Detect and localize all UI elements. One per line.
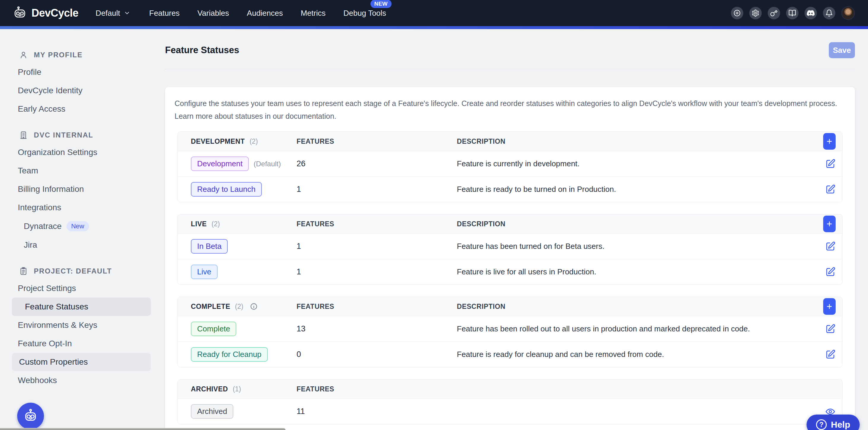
group-header: LIVE (2) FEATURES DESCRIPTION — [178, 214, 842, 234]
primary-nav: Features Variables Audiences Metrics NEW… — [149, 9, 386, 18]
features-column-header: FEATURES — [297, 137, 457, 146]
status-group-complete: COMPLETE (2) FEATURES DESCRIPTION Comple… — [178, 297, 842, 367]
user-avatar[interactable] — [841, 6, 855, 20]
edit-status-button[interactable] — [825, 324, 836, 334]
status-badge: Archived — [191, 404, 233, 419]
sidebar-item-organization-settings[interactable]: Organization Settings — [18, 143, 160, 161]
nav-audiences[interactable]: Audiences — [247, 9, 283, 18]
feature-count: 1 — [297, 267, 457, 276]
plus-icon — [826, 220, 833, 227]
sidebar-item-integrations[interactable]: Integrations — [18, 198, 160, 217]
sidebar-item-project-settings[interactable]: Project Settings — [18, 279, 160, 298]
docs-book-icon — [788, 9, 796, 17]
status-row: Ready for Cleanup 0 Feature is ready for… — [178, 341, 842, 367]
group-count: (2) — [212, 220, 220, 228]
save-button[interactable]: Save — [829, 42, 855, 58]
key-icon — [770, 9, 778, 17]
status-description: Feature has been rolled out to all users… — [457, 324, 817, 334]
status-group-live: LIVE (2) FEATURES DESCRIPTION In Beta 1 … — [178, 214, 842, 285]
feature-statuses-card: Configure the statuses your team uses to… — [165, 87, 855, 430]
group-name: COMPLETE — [191, 303, 230, 311]
group-header: DEVELOPMENT (2) FEATURES DESCRIPTION — [178, 132, 842, 151]
notifications-button[interactable] — [823, 7, 835, 19]
bell-icon — [825, 9, 833, 17]
settings-button[interactable] — [749, 7, 762, 19]
plus-icon — [826, 138, 833, 145]
discord-button[interactable] — [804, 7, 817, 19]
edit-status-button[interactable] — [825, 241, 836, 252]
edit-status-button[interactable] — [825, 184, 836, 195]
section-project-default: PROJECT: DEFAULT — [19, 267, 160, 276]
edit-icon — [825, 349, 836, 360]
description-column-header: DESCRIPTION — [457, 137, 817, 146]
sidebar-item-webhooks[interactable]: Webhooks — [18, 371, 160, 390]
status-group-development: DEVELOPMENT (2) FEATURES DESCRIPTION Dev… — [178, 131, 842, 202]
edit-icon — [825, 267, 836, 277]
group-count: (1) — [233, 385, 241, 393]
plus-circle-icon — [733, 9, 741, 17]
status-description: Feature is ready for cleanup and can be … — [457, 350, 817, 359]
docs-button[interactable] — [786, 7, 799, 19]
sidebar-item-early-access[interactable]: Early Access — [18, 100, 160, 118]
page-title: Feature Statuses — [165, 45, 239, 56]
building-icon — [19, 131, 28, 140]
devcycle-logo[interactable]: DevCycle — [13, 6, 79, 20]
sidebar-item-profile[interactable]: Profile — [18, 63, 160, 81]
edit-status-button[interactable] — [825, 349, 836, 360]
navbar-actions — [731, 6, 855, 20]
nav-metrics[interactable]: Metrics — [301, 9, 326, 18]
add-status-button[interactable] — [823, 216, 836, 232]
help-label: Help — [831, 420, 850, 430]
sidebar-item-environments-keys[interactable]: Environments & Keys — [18, 316, 160, 334]
header-divider — [165, 69, 855, 69]
status-badge: Live — [191, 265, 218, 279]
nav-variables[interactable]: Variables — [197, 9, 229, 18]
sidebar-item-devcycle-identity[interactable]: DevCycle Identity — [18, 81, 160, 100]
nav-debug-tools[interactable]: NEW Debug Tools — [343, 9, 386, 18]
top-progress-bar — [0, 26, 868, 29]
group-name: DEVELOPMENT — [191, 137, 245, 146]
feature-count: 13 — [297, 324, 457, 334]
edit-status-button[interactable] — [825, 267, 836, 277]
devcycle-assistant-button[interactable] — [17, 403, 44, 429]
discord-icon — [807, 9, 814, 17]
org-switcher-label: Default — [96, 9, 120, 18]
question-icon: ? — [816, 419, 827, 430]
sidebar-item-jira[interactable]: Jira — [18, 236, 160, 254]
status-row: Live 1 Feature is live for all users in … — [178, 259, 842, 284]
status-badge: Ready for Cleanup — [191, 347, 268, 362]
description-column-header: DESCRIPTION — [457, 303, 817, 311]
org-switcher[interactable]: Default — [96, 9, 130, 18]
description-column-header: DESCRIPTION — [457, 220, 817, 228]
add-status-button[interactable] — [823, 133, 836, 150]
add-status-button[interactable] — [823, 298, 836, 315]
status-row: In Beta 1 Feature has been turned on for… — [178, 234, 842, 259]
sidebar-item-team[interactable]: Team — [18, 161, 160, 180]
feature-count: 1 — [297, 242, 457, 251]
group-name: ARCHIVED — [191, 385, 228, 393]
nav-features[interactable]: Features — [149, 9, 180, 18]
group-count: (2) — [250, 137, 258, 146]
robot-icon — [23, 408, 38, 424]
sidebar-item-custom-properties[interactable]: Custom Properties — [12, 353, 151, 371]
devcycle-robot-icon — [13, 6, 27, 20]
status-description: Feature is live for all users in Product… — [457, 267, 817, 276]
status-description: Feature is currently in development. — [457, 159, 817, 168]
sidebar-item-feature-statuses[interactable]: Feature Statuses — [12, 298, 151, 316]
bottom-panel-edge — [0, 428, 286, 430]
info-icon[interactable] — [250, 303, 258, 310]
invite-button[interactable] — [731, 7, 743, 19]
edit-status-button[interactable] — [825, 159, 836, 169]
edit-icon — [825, 159, 836, 169]
status-row: Ready to Launch 1 Feature is ready to be… — [178, 176, 842, 202]
api-keys-button[interactable] — [768, 7, 780, 19]
status-row: Complete 13 Feature has been rolled out … — [178, 316, 842, 341]
help-button[interactable]: ? Help — [807, 414, 860, 430]
sidebar-item-dynatrace[interactable]: DynatraceNew — [18, 217, 160, 236]
features-column-header: FEATURES — [297, 385, 457, 393]
status-row: Archived 11 — [178, 399, 842, 424]
feature-count: 0 — [297, 350, 457, 359]
sidebar-item-billing-information[interactable]: Billing Information — [18, 180, 160, 198]
edit-icon — [825, 324, 836, 334]
sidebar-item-feature-opt-in[interactable]: Feature Opt-In — [18, 334, 160, 353]
